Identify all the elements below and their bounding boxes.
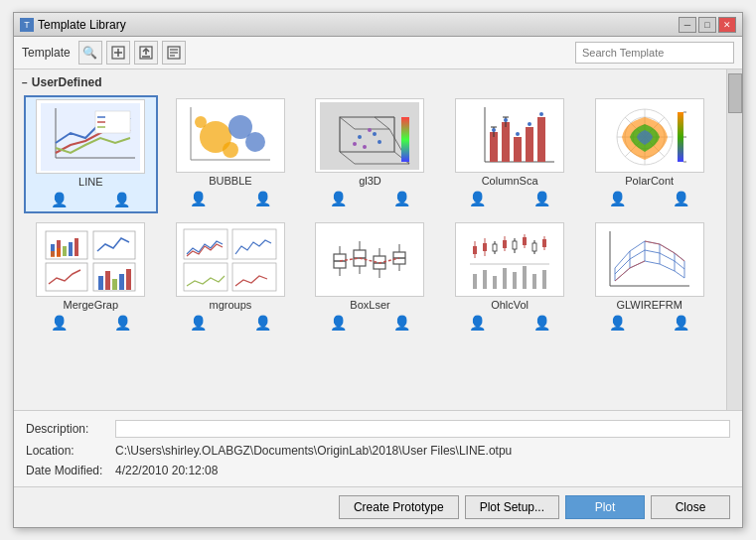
close-window-button[interactable]: ✕ bbox=[718, 17, 736, 33]
svg-point-57 bbox=[516, 132, 520, 136]
svg-point-23 bbox=[245, 132, 265, 152]
template-label-mergegrap: MergeGrap bbox=[63, 299, 118, 311]
user-icon-col2: 👤 bbox=[533, 191, 550, 206]
svg-rect-127 bbox=[493, 276, 497, 289]
export-template-button[interactable] bbox=[134, 41, 158, 65]
svg-point-58 bbox=[528, 122, 531, 126]
create-prototype-button[interactable]: Create Prototype bbox=[339, 495, 459, 519]
svg-point-40 bbox=[373, 132, 377, 136]
search-templates-button[interactable]: 🔍 bbox=[78, 41, 102, 65]
title-bar: T Template Library ─ □ ✕ bbox=[14, 13, 742, 37]
svg-rect-82 bbox=[51, 251, 55, 257]
template-thumb-columnsca bbox=[455, 98, 564, 173]
description-value bbox=[115, 420, 730, 438]
svg-rect-128 bbox=[503, 268, 507, 289]
svg-rect-50 bbox=[537, 117, 545, 162]
user-icon-bubble1: 👤 bbox=[190, 191, 207, 206]
template-icons-mergegrap: 👤 👤 bbox=[27, 313, 155, 333]
svg-point-24 bbox=[195, 116, 207, 128]
minimize-button[interactable]: ─ bbox=[679, 17, 696, 33]
template-item-gl3d[interactable]: gl3D 👤 👤 bbox=[303, 95, 437, 213]
svg-rect-42 bbox=[401, 117, 409, 162]
template-item-mergegrap[interactable]: MergeGrap 👤 👤 bbox=[24, 219, 158, 336]
svg-rect-114 bbox=[493, 244, 497, 251]
plot-setup-button[interactable]: Plot Setup... bbox=[465, 495, 559, 519]
template-icons-boxlser: 👤 👤 bbox=[306, 313, 434, 333]
svg-rect-130 bbox=[523, 266, 527, 289]
user-icon-merge2: 👤 bbox=[114, 315, 131, 331]
svg-point-38 bbox=[378, 140, 381, 144]
add-template-button[interactable] bbox=[106, 41, 130, 65]
properties-button[interactable] bbox=[162, 41, 186, 65]
toolbar: Template 🔍 bbox=[14, 37, 742, 69]
date-label: Date Modified: bbox=[26, 464, 115, 477]
template-item-boxlser[interactable]: BoxLser 👤 👤 bbox=[303, 219, 437, 336]
svg-rect-47 bbox=[502, 122, 510, 162]
template-icons-polarcont: 👤 👤 bbox=[585, 189, 713, 208]
svg-rect-124 bbox=[542, 239, 546, 247]
main-content: − UserDefined bbox=[14, 69, 742, 410]
group-section-userdefined: − UserDefined bbox=[14, 69, 726, 343]
template-thumb-bubble bbox=[176, 98, 285, 173]
date-row: Date Modified: 4/22/2010 20:12:08 bbox=[26, 461, 730, 480]
toolbar-label: Template bbox=[22, 46, 71, 60]
template-item-line[interactable]: LINE 👤 👤 bbox=[24, 95, 158, 213]
template-item-ohlcvol[interactable]: OhlcVol 👤 👤 bbox=[443, 219, 577, 336]
svg-point-55 bbox=[492, 128, 496, 132]
user-icon-pol1: 👤 bbox=[609, 191, 626, 206]
scrollbar[interactable] bbox=[726, 69, 742, 410]
svg-rect-80 bbox=[69, 242, 73, 256]
template-thumb-mergegrap bbox=[36, 222, 145, 297]
template-label-ohlcvol: OhlcVol bbox=[491, 299, 529, 311]
template-label-gl3d: gl3D bbox=[359, 175, 381, 187]
template-icons-gl3d: 👤 👤 bbox=[306, 189, 434, 208]
maximize-button[interactable]: □ bbox=[698, 17, 716, 33]
user-icon-mg1: 👤 bbox=[190, 315, 207, 331]
svg-rect-120 bbox=[523, 237, 527, 245]
template-thumb-glwirefrm bbox=[595, 222, 704, 297]
close-button[interactable]: Close bbox=[651, 495, 730, 519]
user-icon-bubble2: 👤 bbox=[254, 191, 271, 206]
template-thumb-gl3d bbox=[315, 98, 424, 173]
search-input[interactable] bbox=[575, 42, 734, 64]
svg-rect-112 bbox=[483, 243, 487, 251]
info-section: Description: Location: C:\Users\shirley.… bbox=[14, 410, 742, 486]
svg-rect-49 bbox=[526, 127, 533, 162]
template-icons-bubble: 👤 👤 bbox=[167, 189, 295, 208]
template-thumb-boxlser bbox=[315, 222, 424, 297]
date-value: 4/22/2010 20:12:08 bbox=[115, 464, 730, 477]
template-icons-ohlcvol: 👤 👤 bbox=[446, 313, 574, 333]
svg-rect-74 bbox=[93, 231, 135, 259]
svg-rect-48 bbox=[514, 137, 522, 162]
collapse-icon[interactable]: − bbox=[22, 77, 28, 88]
user-icon-mg2: 👤 bbox=[254, 315, 271, 331]
template-item-polarcont[interactable]: PolarCont 👤 👤 bbox=[582, 95, 716, 213]
svg-point-59 bbox=[539, 112, 543, 116]
scrollbar-thumb[interactable] bbox=[728, 73, 742, 113]
svg-rect-132 bbox=[542, 270, 546, 289]
svg-rect-126 bbox=[483, 270, 487, 289]
description-label: Description: bbox=[26, 422, 115, 436]
plot-button[interactable]: Plot bbox=[565, 495, 645, 519]
svg-point-56 bbox=[504, 118, 508, 122]
svg-rect-129 bbox=[513, 272, 517, 289]
template-label-bubble: BUBBLE bbox=[209, 175, 251, 187]
svg-rect-86 bbox=[112, 279, 117, 290]
svg-point-41 bbox=[353, 142, 357, 146]
svg-point-22 bbox=[223, 142, 238, 158]
template-item-glwirefrm[interactable]: GLWIREFRM 👤 👤 bbox=[582, 219, 716, 336]
template-item-mgroups[interactable]: mgroups 👤 👤 bbox=[164, 219, 298, 336]
svg-rect-83 bbox=[57, 248, 61, 257]
template-label-mgroups: mgroups bbox=[209, 299, 251, 311]
bottom-bar: Create Prototype Plot Setup... Plot Clos… bbox=[14, 486, 742, 527]
description-row: Description: bbox=[26, 417, 730, 441]
svg-rect-131 bbox=[532, 274, 536, 289]
template-item-bubble[interactable]: BUBBLE 👤 👤 bbox=[164, 95, 298, 213]
template-icons-glwirefrm: 👤 👤 bbox=[585, 313, 713, 333]
location-row: Location: C:\Users\shirley.OLABGZ\Docume… bbox=[26, 441, 730, 461]
template-area: − UserDefined bbox=[14, 69, 726, 410]
template-item-columnsca[interactable]: ColumnSca 👤 👤 bbox=[443, 95, 577, 213]
user-icon-ohlc1: 👤 bbox=[469, 315, 486, 331]
user-icon-ohlc2: 👤 bbox=[533, 315, 550, 331]
template-icons-mgroups: 👤 👤 bbox=[167, 313, 295, 333]
